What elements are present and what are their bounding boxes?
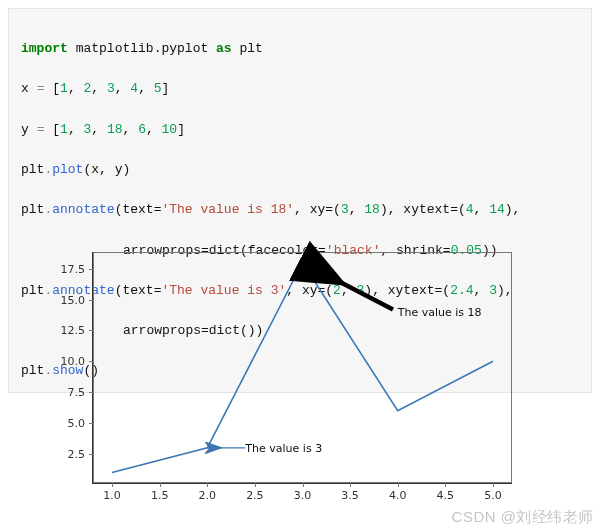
- annotation-text: The value is 3: [245, 442, 322, 455]
- code-line-2: x = [1, 2, 3, 4, 5]: [21, 79, 579, 99]
- list-y: [1, 3, 18, 6, 10]: [52, 122, 185, 137]
- plot-axes: 2.55.07.510.012.515.017.51.01.52.02.53.0…: [92, 252, 512, 484]
- list-x: [1, 2, 3, 4, 5]: [52, 81, 169, 96]
- ytick-mark: [89, 330, 93, 331]
- annotation-text: The value is 18: [398, 306, 482, 319]
- xtick-label: 1.5: [151, 489, 169, 502]
- xtick-label: 4.5: [437, 489, 455, 502]
- xtick-mark: [350, 483, 351, 487]
- xtick-label: 3.5: [341, 489, 359, 502]
- xtick-mark: [207, 483, 208, 487]
- code-line-5: plt.annotate(text='The value is 18', xy=…: [21, 200, 579, 220]
- ytick-label: 15.0: [61, 293, 86, 306]
- xtick-mark: [160, 483, 161, 487]
- chart-figure: 2.55.07.510.012.515.017.51.01.52.02.53.0…: [36, 244, 536, 516]
- xtick-label: 1.0: [103, 489, 121, 502]
- xtick-label: 2.0: [199, 489, 217, 502]
- ytick-label: 5.0: [68, 417, 86, 430]
- fn-plot: plot: [52, 162, 83, 177]
- ytick-mark: [89, 392, 93, 393]
- xtick-mark: [255, 483, 256, 487]
- ytick-mark: [89, 300, 93, 301]
- var-x: x: [21, 81, 29, 96]
- code-line-1: import matplotlib.pyplot as plt: [21, 39, 579, 59]
- page-root: import matplotlib.pyplot as plt x = [1, …: [0, 8, 604, 525]
- ytick-label: 17.5: [61, 262, 86, 275]
- ytick-mark: [89, 269, 93, 270]
- kw-as: as: [216, 41, 232, 56]
- xtick-mark: [303, 483, 304, 487]
- xtick-mark: [493, 483, 494, 487]
- xtick-label: 3.0: [294, 489, 312, 502]
- var-y: y: [21, 122, 29, 137]
- ytick-label: 7.5: [68, 386, 86, 399]
- watermark: CSDN @刘经纬老师: [452, 508, 594, 525]
- alias-plt: plt: [239, 41, 262, 56]
- mod-mpl: matplotlib.pyplot: [76, 41, 209, 56]
- kw-import: import: [21, 41, 68, 56]
- xtick-mark: [112, 483, 113, 487]
- xtick-mark: [445, 483, 446, 487]
- fn-annotate-1: annotate: [52, 202, 114, 217]
- xtick-label: 4.0: [389, 489, 407, 502]
- xtick-mark: [398, 483, 399, 487]
- ytick-label: 2.5: [68, 447, 86, 460]
- code-line-4: plt.plot(x, y): [21, 160, 579, 180]
- ytick-label: 10.0: [61, 355, 86, 368]
- ytick-mark: [89, 361, 93, 362]
- ytick-mark: [89, 454, 93, 455]
- xtick-label: 2.5: [246, 489, 264, 502]
- ytick-mark: [89, 423, 93, 424]
- annotation-arrow-thick: [307, 265, 393, 309]
- code-line-3: y = [1, 3, 18, 6, 10]: [21, 120, 579, 140]
- ytick-label: 12.5: [61, 324, 86, 337]
- xtick-label: 5.0: [484, 489, 502, 502]
